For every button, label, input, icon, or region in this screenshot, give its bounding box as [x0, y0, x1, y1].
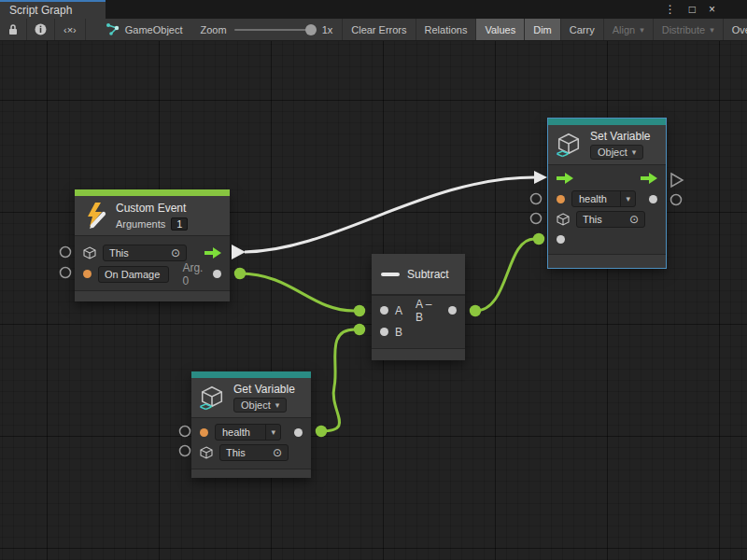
object-variable-icon: <> [201, 385, 226, 411]
variable-name-dropdown[interactable]: health ▾ [215, 424, 281, 441]
floating-input-port[interactable] [531, 214, 542, 224]
overview-button[interactable]: Overv [724, 19, 747, 40]
floating-input-port[interactable] [180, 446, 190, 456]
caret-down-icon: ▾ [640, 25, 644, 35]
info-button[interactable] [27, 19, 55, 40]
floating-input-port[interactable] [180, 427, 190, 437]
distribute-label: Distribute [662, 24, 705, 35]
target-field-value: This [109, 247, 129, 259]
relations-button[interactable]: Relations [416, 19, 477, 40]
input-b-port[interactable] [380, 328, 388, 336]
value-input-port[interactable] [557, 235, 565, 244]
tab-script-graph[interactable]: Script Graph [0, 0, 106, 19]
pane-menu-icon[interactable]: ⋮ [665, 3, 676, 16]
close-icon[interactable]: × [709, 3, 715, 16]
values-label: Values [485, 24, 515, 35]
tab-title: Script Graph [9, 4, 72, 17]
flow-wire-start-arrow[interactable] [232, 245, 246, 259]
graph-target-button[interactable]: GameObject [97, 19, 191, 40]
string-input-port[interactable] [200, 428, 208, 437]
flow-output-port[interactable] [641, 173, 657, 184]
variable-scope-dropdown[interactable]: Object ▾ [590, 145, 643, 160]
zoom-slider-handle[interactable] [305, 24, 317, 35]
floating-input-port[interactable] [61, 247, 71, 258]
graph-canvas[interactable]: Custom Event Arguments 1 This ⊙ [0, 41, 747, 560]
variable-scope-dropdown[interactable]: Object ▾ [233, 398, 287, 413]
wire-subtract-setvariable[interactable] [475, 239, 534, 311]
target-field[interactable]: This ⊙ [219, 444, 289, 461]
cube-icon [83, 246, 96, 259]
zoom-label: Zoom [201, 24, 227, 35]
wire-arg0-subtract-a[interactable] [240, 273, 354, 311]
caret-down-icon: ▾ [632, 147, 637, 157]
graph-toolbar: ‹×› GameObject Zoom 1x Clear Errors Rela… [0, 19, 747, 41]
subtract-row-a: A A – B [372, 300, 465, 321]
values-button[interactable]: Values [476, 19, 525, 40]
output-port[interactable] [448, 306, 457, 315]
flow-input-port[interactable] [557, 173, 573, 184]
lock-button[interactable] [0, 19, 27, 40]
wire-flow-customevent-setvariable[interactable] [245, 177, 535, 252]
input-a-port[interactable] [380, 306, 388, 315]
floating-output-port[interactable] [671, 195, 682, 205]
wire-endpoint[interactable] [316, 426, 327, 437]
flow-wire-end-arrow [534, 171, 547, 184]
get-variable-header[interactable]: <> Get Variable Object ▾ [191, 378, 311, 417]
variable-name-dropdown[interactable]: health ▾ [571, 190, 636, 207]
minus-icon [381, 272, 400, 277]
value-output-port[interactable] [294, 428, 303, 437]
variable-scope-value: Object [241, 399, 271, 411]
clear-errors-button[interactable]: Clear Errors [342, 19, 416, 40]
wire-endpoint[interactable] [470, 305, 481, 316]
node-get-variable[interactable]: <> Get Variable Object ▾ healt [191, 371, 311, 478]
get-variable-footer [191, 469, 311, 478]
variable-color-bar [548, 119, 666, 125]
value-output-port[interactable] [649, 195, 657, 203]
set-variable-target-row: This ⊙ [548, 209, 666, 230]
target-field[interactable]: This ⊙ [103, 245, 187, 261]
overview-label: Overv [732, 24, 747, 35]
arguments-label: Arguments [116, 218, 165, 230]
node-custom-event[interactable]: Custom Event Arguments 1 This ⊙ [75, 189, 230, 301]
wire-endpoint[interactable] [234, 268, 246, 279]
arg-output-port[interactable] [213, 270, 221, 278]
cube-icon [557, 213, 570, 226]
object-picker-icon[interactable]: ⊙ [171, 248, 180, 258]
input-a-label: A [395, 304, 402, 317]
flow-output-port[interactable] [204, 247, 221, 259]
object-picker-icon[interactable]: ⊙ [629, 215, 639, 224]
wire-endpoint[interactable] [354, 324, 365, 335]
maximize-icon[interactable]: □ [689, 3, 696, 16]
node-subtract[interactable]: Subtract A A – B B [372, 254, 465, 360]
floating-input-port[interactable] [531, 194, 542, 204]
wire-endpoint[interactable] [354, 305, 365, 316]
code-view-button[interactable]: ‹×› [55, 19, 86, 40]
graph-target-label: GameObject [125, 24, 183, 35]
floating-input-port[interactable] [61, 268, 71, 278]
floating-flow-output-port[interactable] [671, 174, 683, 187]
info-icon [35, 23, 47, 35]
arguments-input[interactable]: 1 [171, 217, 188, 231]
subtract-row-b: B [372, 321, 465, 343]
script-graph-window: Script Graph ⋮ □ × ‹×› [0, 0, 747, 560]
subtract-header[interactable]: Subtract [372, 254, 465, 295]
dim-button[interactable]: Dim [525, 19, 561, 40]
string-input-port[interactable] [557, 195, 565, 203]
zoom-slider[interactable] [234, 29, 315, 31]
string-input-port[interactable] [83, 270, 92, 278]
custom-event-header[interactable]: Custom Event Arguments 1 [75, 196, 230, 235]
set-variable-footer [548, 254, 666, 268]
target-field[interactable]: This ⊙ [576, 211, 645, 228]
align-button[interactable]: Align ▾ [604, 19, 654, 40]
distribute-button[interactable]: Distribute ▾ [654, 19, 724, 40]
event-name-field[interactable]: On Damage [98, 266, 169, 283]
code-icon: ‹×› [63, 24, 77, 35]
carry-button[interactable]: Carry [561, 19, 604, 40]
wire-getvariable-subtract-b[interactable] [321, 329, 355, 431]
event-color-bar [75, 189, 230, 196]
relations-label: Relations [425, 24, 468, 35]
wire-endpoint[interactable] [533, 233, 544, 245]
set-variable-header[interactable]: <> Set Variable Object ▾ [548, 125, 666, 164]
object-picker-icon[interactable]: ⊙ [273, 448, 282, 457]
node-set-variable[interactable]: <> Set Variable Object ▾ [548, 119, 666, 268]
